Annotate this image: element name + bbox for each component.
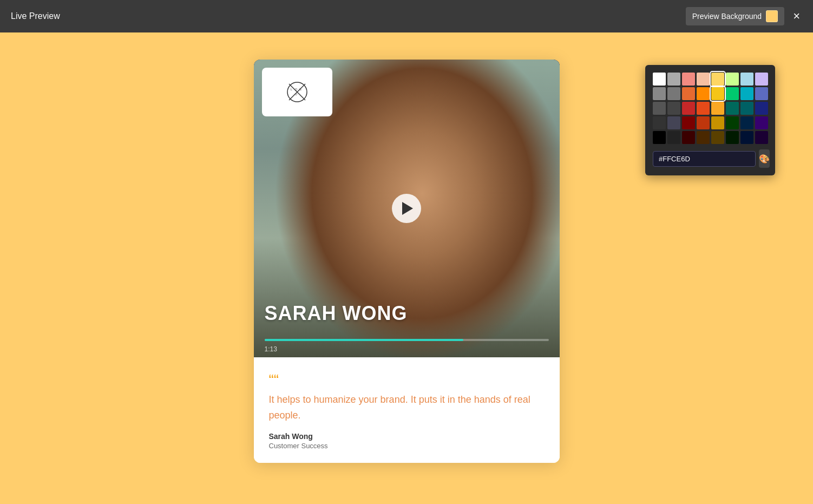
live-preview-label: Live Preview	[11, 11, 60, 21]
svg-text:L: L	[291, 88, 292, 91]
color-swatch-green[interactable]	[726, 87, 739, 100]
main-area: 🎨 L O G O	[0, 32, 813, 504]
color-input-row: 🎨	[653, 149, 768, 168]
preview-background-button[interactable]: Preview Background	[686, 7, 784, 25]
close-button[interactable]: ×	[791, 8, 802, 24]
color-swatch-amber[interactable]	[697, 87, 710, 100]
color-swatch-dark-green[interactable]	[726, 116, 739, 129]
video-placeholder: L O G O SARAH WONG	[254, 60, 560, 357]
color-swatch-maroon[interactable]	[682, 116, 695, 129]
play-button[interactable]	[392, 194, 421, 223]
svg-text:O: O	[295, 93, 297, 96]
color-swatch-light-red[interactable]	[682, 73, 695, 86]
progress-bar-container	[265, 339, 549, 341]
color-swatch-teal[interactable]	[740, 87, 753, 100]
svg-text:O: O	[295, 88, 297, 91]
color-swatch-charcoal-1[interactable]	[653, 116, 666, 129]
preview-background-label: Preview Background	[692, 12, 762, 21]
color-swatch-light-yellow[interactable]	[711, 73, 724, 86]
color-swatch-orange[interactable]	[682, 87, 695, 100]
color-swatch-light-gray[interactable]	[667, 73, 680, 86]
color-swatch-deep-orange[interactable]	[697, 102, 710, 115]
color-swatch-dark-gray-1[interactable]	[653, 102, 666, 115]
color-swatch-dark-indigo[interactable]	[755, 102, 768, 115]
author-name: Sarah Wong	[269, 432, 545, 441]
preview-bg-swatch	[766, 10, 778, 22]
eyedropper-icon: 🎨	[759, 154, 770, 164]
color-swatch-charcoal-2[interactable]	[667, 116, 680, 129]
color-swatch-very-dark-yellow[interactable]	[711, 131, 724, 144]
preview-card: L O G O SARAH WONG	[254, 60, 560, 463]
color-swatch-very-dark-orange[interactable]	[697, 131, 710, 144]
color-swatch-gray[interactable]	[653, 87, 666, 100]
color-picker-dropdown: 🎨	[645, 65, 775, 175]
color-swatch-indigo[interactable]	[755, 87, 768, 100]
timestamp: 1:13	[265, 345, 277, 353]
color-swatch-near-black[interactable]	[667, 131, 680, 144]
quote-mark: ““	[269, 372, 545, 388]
color-swatch-very-dark-red[interactable]	[682, 131, 695, 144]
video-area: L O G O SARAH WONG	[254, 60, 560, 357]
color-swatch-dark-cyan[interactable]	[740, 102, 753, 115]
hex-color-input[interactable]	[653, 151, 756, 167]
color-swatch-dark-teal[interactable]	[726, 102, 739, 115]
logo-svg: L O G O	[276, 77, 319, 107]
progress-bar	[265, 339, 464, 341]
color-swatch-dark-gray-2[interactable]	[667, 102, 680, 115]
color-swatch-dark-amber[interactable]	[711, 116, 724, 129]
color-swatch-navy[interactable]	[740, 116, 753, 129]
logo-box: L O G O	[262, 68, 332, 116]
color-swatch-white[interactable]	[653, 73, 666, 86]
color-swatch-yellow[interactable]	[711, 87, 724, 100]
name-overlay: SARAH WONG	[265, 302, 549, 325]
quote-text: It helps to humanize your brand. It puts…	[269, 392, 545, 423]
color-swatch-very-dark-blue[interactable]	[740, 131, 753, 144]
color-swatch-dark-red[interactable]	[682, 102, 695, 115]
color-swatch-light-blue[interactable]	[740, 73, 753, 86]
color-swatch-dark-purple[interactable]	[755, 116, 768, 129]
play-icon	[402, 202, 413, 215]
color-swatch-light-purple[interactable]	[755, 73, 768, 86]
eyedropper-button[interactable]: 🎨	[759, 149, 770, 168]
color-swatch-light-green[interactable]	[726, 73, 739, 86]
svg-text:G: G	[299, 88, 301, 91]
color-swatch-dark-brown[interactable]	[697, 116, 710, 129]
color-swatch-very-dark-green[interactable]	[726, 131, 739, 144]
color-swatch-black[interactable]	[653, 131, 666, 144]
header-right: Preview Background ×	[686, 7, 802, 25]
author-title: Customer Success	[269, 442, 545, 450]
color-swatches	[653, 73, 768, 144]
quote-section: ““ It helps to humanize your brand. It p…	[254, 357, 560, 463]
color-swatch-mid-gray[interactable]	[667, 87, 680, 100]
color-swatch-peach[interactable]	[697, 73, 710, 86]
color-swatch-dark-yellow[interactable]	[711, 102, 724, 115]
header: Live Preview Preview Background ×	[0, 0, 813, 32]
person-name: SARAH WONG	[265, 302, 549, 325]
color-swatch-very-dark-purple[interactable]	[755, 131, 768, 144]
